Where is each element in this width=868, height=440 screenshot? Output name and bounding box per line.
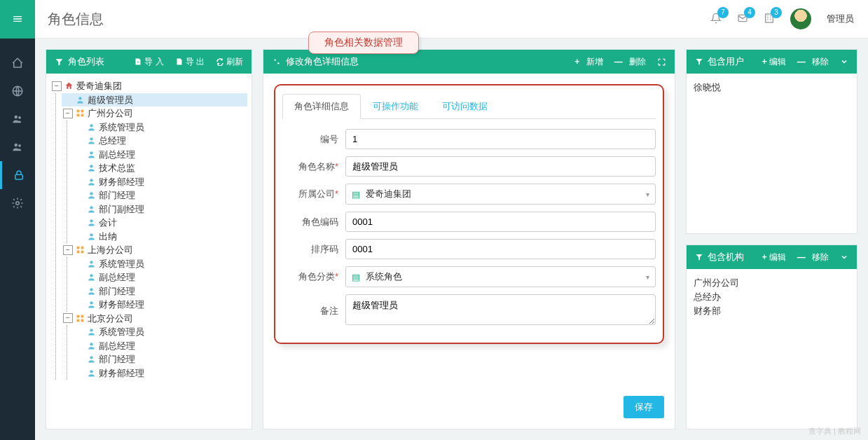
tree-role[interactable]: 超级管理员 <box>62 93 247 107</box>
orgs-collapse[interactable] <box>840 253 848 261</box>
svg-rect-32 <box>81 315 84 317</box>
tree-org[interactable]: −北京分公司 <box>62 312 247 326</box>
doc-icon: ▤ <box>352 272 360 282</box>
person-icon <box>87 205 96 214</box>
svg-point-29 <box>90 288 92 291</box>
input-name[interactable] <box>345 156 656 177</box>
add-button[interactable]: + 新增 <box>574 56 602 68</box>
admin-label[interactable]: 管理员 <box>827 13 854 25</box>
tree-role[interactable]: 技术总监 <box>73 161 247 175</box>
svg-point-15 <box>90 137 92 140</box>
users-edit-button[interactable]: +编辑 <box>762 56 786 68</box>
nav-home[interactable] <box>0 49 35 77</box>
orgs-title: 包含机构 <box>708 251 744 263</box>
person-icon <box>87 163 96 172</box>
page-title: 角色信息 <box>48 10 104 29</box>
input-sort[interactable] <box>345 239 656 259</box>
save-button[interactable]: 保存 <box>624 396 664 418</box>
person-icon <box>87 259 96 268</box>
input-remark[interactable] <box>345 294 656 325</box>
orgs-panel: 包含机构 +编辑 — 移除 广州分公司总经办财务部 <box>686 245 857 429</box>
select-company[interactable]: ▤爱奇迪集团▾ <box>345 184 656 205</box>
orgs-remove-button[interactable]: — 移除 <box>797 252 829 263</box>
expander-icon[interactable]: − <box>63 245 73 255</box>
person-icon <box>87 300 96 309</box>
tree-role[interactable]: 部门经理 <box>73 352 247 366</box>
watermark: 查字典 | 教程网 <box>808 426 861 436</box>
expander-icon[interactable]: − <box>63 313 73 323</box>
tree-role[interactable]: 副总经理 <box>73 270 247 284</box>
tree-role[interactable]: 系统管理员 <box>73 325 247 339</box>
tree-role[interactable]: 出纳 <box>73 230 247 244</box>
refresh-button[interactable]: 刷新 <box>216 56 243 68</box>
mail-badge: 4 <box>744 7 755 18</box>
person-icon <box>87 355 96 364</box>
person-icon <box>87 177 96 186</box>
tree-role[interactable]: 系统管理员 <box>73 257 247 271</box>
svg-point-18 <box>90 179 92 181</box>
svg-point-21 <box>90 219 92 222</box>
person-icon <box>87 150 96 159</box>
tree-role[interactable]: 副总经理 <box>73 148 247 162</box>
avatar[interactable] <box>790 8 811 29</box>
import-button[interactable]: 导 入 <box>134 56 163 68</box>
label-code: 角色编码 <box>282 216 345 228</box>
label-remark: 备注 <box>282 305 345 317</box>
person-icon <box>87 273 96 282</box>
svg-point-36 <box>90 343 92 345</box>
nav-users2[interactable] <box>0 133 35 161</box>
tree-role[interactable]: 财务部经理 <box>73 366 247 380</box>
tree-role[interactable]: 财务部经理 <box>73 175 247 189</box>
hamburger-icon <box>12 13 23 25</box>
list-item[interactable]: 财务部 <box>694 304 850 318</box>
tree-role[interactable]: 总经理 <box>73 134 247 148</box>
tree-org[interactable]: −广州分公司 <box>62 106 247 121</box>
svg-rect-12 <box>77 114 80 117</box>
notif-mail[interactable]: 4 <box>737 13 748 26</box>
list-item[interactable]: 总经办 <box>694 290 850 304</box>
tab-detail[interactable]: 角色详细信息 <box>282 94 361 119</box>
input-code[interactable] <box>345 212 656 232</box>
users-collapse[interactable] <box>840 57 848 66</box>
tree-role[interactable]: 会计 <box>73 216 247 230</box>
svg-point-5 <box>15 144 18 147</box>
orgs-edit-button[interactable]: +编辑 <box>762 252 786 263</box>
select-category[interactable]: ▤系统角色▾ <box>345 266 656 287</box>
tree-role[interactable]: 部门副经理 <box>73 202 247 216</box>
tree-role[interactable]: 部门经理 <box>73 284 247 298</box>
tree-org[interactable]: −上海分公司 <box>62 243 247 257</box>
tree-role[interactable]: 系统管理员 <box>73 121 247 135</box>
svg-rect-11 <box>81 110 84 113</box>
tree-root[interactable]: −爱奇迪集团 <box>50 79 247 93</box>
notif-org[interactable]: 3 <box>764 13 775 26</box>
expander-icon[interactable]: − <box>63 109 73 118</box>
person-icon <box>87 341 96 350</box>
nav-lock[interactable] <box>0 161 35 189</box>
delete-button[interactable]: — 删除 <box>614 56 646 68</box>
list-item[interactable]: 广州分公司 <box>694 276 850 290</box>
nav-globe[interactable] <box>0 77 35 105</box>
tab-functions[interactable]: 可操作功能 <box>361 94 430 119</box>
person-icon <box>87 327 96 336</box>
svg-point-27 <box>90 261 92 263</box>
tree-role[interactable]: 财务部经理 <box>73 298 247 312</box>
nav-settings[interactable] <box>0 189 35 217</box>
org-badge: 3 <box>771 7 782 18</box>
tab-data[interactable]: 可访问数据 <box>430 94 500 119</box>
person-icon <box>87 287 96 296</box>
svg-point-19 <box>90 192 92 195</box>
person-icon <box>76 95 85 104</box>
notif-bell[interactable]: 7 <box>710 13 722 26</box>
input-id[interactable] <box>345 129 656 149</box>
export-button[interactable]: 导 出 <box>175 56 205 68</box>
tree-role[interactable]: 部门经理 <box>73 188 247 202</box>
expander-icon[interactable]: − <box>52 81 62 91</box>
home-icon <box>64 81 74 90</box>
list-item[interactable]: 徐晓悦 <box>694 81 850 95</box>
chevron-down-icon: ▾ <box>646 191 649 198</box>
menu-toggle[interactable] <box>0 0 35 39</box>
nav-users1[interactable] <box>0 105 35 133</box>
fullscreen-button[interactable] <box>657 57 666 67</box>
tree-role[interactable]: 副总经理 <box>73 339 247 353</box>
users-remove-button[interactable]: — 移除 <box>797 56 829 68</box>
